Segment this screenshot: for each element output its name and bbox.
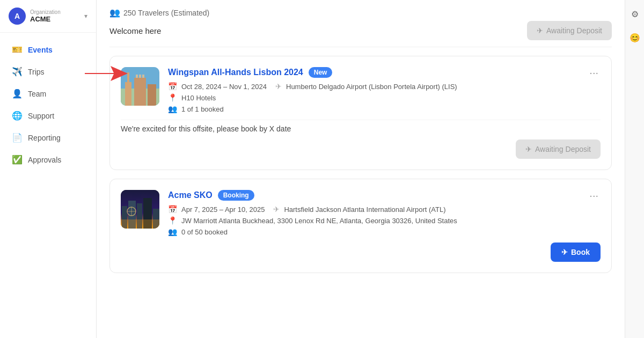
plane-icon-wingspan: ✈ xyxy=(275,82,282,91)
org-label: Organization xyxy=(30,9,61,15)
svg-rect-5 xyxy=(148,84,156,106)
svg-rect-9 xyxy=(142,75,144,78)
plane-icon: ✈ xyxy=(537,26,543,35)
travelers-icon: 👥 xyxy=(109,8,120,18)
location-icon-wingspan: 📍 xyxy=(168,93,177,102)
main-content: 👥 250 Travelers (Estimated) Welcome here… xyxy=(97,0,625,338)
svg-rect-4 xyxy=(134,78,146,106)
event-booked-acmesko: 0 of 50 booked xyxy=(181,228,228,236)
event-hotel-acmesko: JW Marriott Atlanta Buckhead, 3300 Lenox… xyxy=(181,217,457,225)
event-dates-acmesko: Apr 7, 2025 – Apr 10, 2025 xyxy=(181,205,265,214)
travelers-section: 👥 250 Travelers (Estimated) xyxy=(109,0,612,21)
trips-icon: ✈️ xyxy=(12,67,23,77)
arrow-indicator xyxy=(85,65,128,84)
team-icon: 👤 xyxy=(12,89,23,99)
event-card-wingspan: Wingspan All-Hands Lisbon 2024 New 📅 Oct… xyxy=(109,56,612,170)
event-title-wingspan: Wingspan All-Hands Lisbon 2024 xyxy=(168,68,303,77)
sidebar-item-trips-label: Trips xyxy=(28,68,45,76)
org-selector[interactable]: A Organization ACME ▾ xyxy=(0,0,96,33)
chevron-down-icon: ▾ xyxy=(84,12,87,20)
calendar-icon: 📅 xyxy=(168,82,177,91)
plane-icon-acmesko: ✈ xyxy=(273,205,280,214)
awaiting-deposit-button[interactable]: ✈ Awaiting Deposit xyxy=(527,21,612,40)
org-info: Organization ACME xyxy=(30,9,61,23)
event-booked-wingspan: 1 of 1 booked xyxy=(181,105,224,113)
grid-icon[interactable]: ⚙ xyxy=(627,6,642,21)
awaiting-deposit-label: Awaiting Deposit xyxy=(546,26,602,35)
svg-rect-19 xyxy=(121,219,159,229)
sidebar-item-approvals[interactable]: ✅ Approvals xyxy=(3,149,93,170)
emoji-icon[interactable]: 😊 xyxy=(627,30,642,45)
events-icon: 🎫 xyxy=(12,45,23,55)
event-details-acmesko: Acme SKO Booking 📅 Apr 7, 2025 – Apr 10,… xyxy=(168,190,579,236)
sidebar-item-reporting-label: Reporting xyxy=(28,134,61,142)
event-meta-wingspan: 📅 Oct 28, 2024 – Nov 1, 2024 ✈ Humberto … xyxy=(168,82,579,113)
event-cta-label-acmesko: Book xyxy=(571,248,590,256)
main-nav: 🎫 Events ✈️ Trips 👤 Team 🌐 Support 📄 Rep… xyxy=(0,33,96,177)
right-sidebar: ⚙ 😊 xyxy=(625,0,644,338)
sidebar-item-events-label: Events xyxy=(28,46,53,54)
sidebar-item-team[interactable]: 👤 Team xyxy=(3,83,93,104)
sidebar-item-reporting[interactable]: 📄 Reporting xyxy=(3,127,93,148)
reporting-icon: 📄 xyxy=(12,133,23,143)
org-name: ACME xyxy=(30,15,61,23)
sidebar-item-support[interactable]: 🌐 Support xyxy=(3,105,93,126)
event-dates-wingspan: Oct 28, 2024 – Nov 1, 2024 xyxy=(181,83,267,91)
book-plane-icon: ✈ xyxy=(561,248,568,256)
cta-plane-icon: ✈ xyxy=(525,145,532,153)
event-hotel-wingspan: H10 Hotels xyxy=(181,94,216,102)
sidebar-item-events[interactable]: 🎫 Events xyxy=(3,39,93,60)
sidebar-item-support-label: Support xyxy=(28,112,54,120)
people-icon-wingspan: 👥 xyxy=(168,105,177,113)
org-avatar: A xyxy=(9,8,26,25)
svg-rect-8 xyxy=(139,75,141,78)
event-card-acmesko: Acme SKO Booking 📅 Apr 7, 2025 – Apr 10,… xyxy=(109,179,612,273)
event-description-wingspan: We're excited for this offsite, please b… xyxy=(121,120,601,133)
approvals-icon: ✅ xyxy=(12,155,23,165)
event-title-acmesko: Acme SKO xyxy=(168,190,213,200)
people-icon-acmesko: 👥 xyxy=(168,227,177,236)
event-badge-wingspan: New xyxy=(309,67,333,78)
svg-rect-7 xyxy=(136,75,138,78)
event-airport-wingspan: Humberto Delgado Airport (Lisbon Portela… xyxy=(286,83,457,91)
svg-marker-0 xyxy=(85,66,128,81)
event-cta-wingspan[interactable]: ✈ Awaiting Deposit xyxy=(516,139,601,159)
location-icon-acmesko: 📍 xyxy=(168,216,177,225)
more-options-button-acmesko[interactable]: ··· xyxy=(587,190,601,201)
event-details-wingspan: Wingspan All-Hands Lisbon 2024 New 📅 Oct… xyxy=(168,67,579,113)
event-meta-acmesko: 📅 Apr 7, 2025 – Apr 10, 2025 ✈ Hartsfiel… xyxy=(168,205,579,236)
more-options-button-wingspan[interactable]: ··· xyxy=(587,67,601,78)
calendar-icon-acmesko: 📅 xyxy=(168,205,177,214)
sidebar: A Organization ACME ▾ 🎫 Events ✈️ Trips … xyxy=(0,0,97,338)
sidebar-item-approvals-label: Approvals xyxy=(28,156,61,164)
event-cta-label-wingspan: Awaiting Deposit xyxy=(535,145,591,153)
travelers-count: 250 Travelers (Estimated) xyxy=(123,9,209,17)
event-airport-acmesko: Hartsfield Jackson Atlanta International… xyxy=(284,205,445,214)
svg-rect-3 xyxy=(125,82,131,106)
sidebar-item-trips[interactable]: ✈️ Trips xyxy=(3,61,93,82)
sidebar-item-team-label: Team xyxy=(28,90,46,98)
event-badge-acmesko: Booking xyxy=(218,190,254,201)
event-cta-acmesko[interactable]: ✈ Book xyxy=(551,243,601,262)
event-image-acmesko xyxy=(121,190,159,229)
welcome-text: Welcome here xyxy=(109,26,161,35)
support-icon: 🌐 xyxy=(12,111,23,121)
